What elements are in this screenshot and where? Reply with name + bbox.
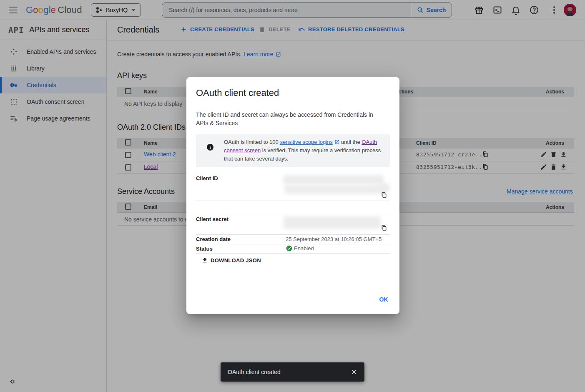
status-value: Enabled [294, 245, 314, 251]
status-label: Status [196, 246, 213, 252]
redacted-client-id [284, 175, 384, 184]
divider [196, 244, 390, 244]
download-json-label: DOWNLOAD JSON [211, 257, 261, 264]
redacted-client-id [285, 185, 387, 194]
divider [196, 172, 390, 172]
external-link-icon [334, 139, 340, 144]
copy-client-id-icon[interactable] [381, 192, 387, 199]
check-circle-icon [286, 245, 292, 251]
ok-button[interactable]: OK [379, 296, 388, 303]
creation-date-label: Creation date [196, 236, 231, 242]
divider [196, 253, 390, 254]
close-icon[interactable] [350, 368, 358, 376]
redacted-client-secret [284, 216, 381, 229]
dialog-body-text: The client ID and secret can always be a… [196, 111, 382, 127]
redacted-client-id [378, 184, 389, 191]
notice-text: until the [340, 139, 362, 145]
download-json-button[interactable]: DOWNLOAD JSON [201, 257, 261, 264]
download-icon [201, 257, 208, 264]
sensitive-scope-logins-link[interactable]: sensitive scope logins [280, 139, 332, 145]
dialog-title: OAuth client created [196, 88, 279, 98]
divider [196, 234, 390, 235]
copy-client-secret-icon[interactable] [381, 224, 387, 231]
client-id-label: Client ID [196, 175, 218, 181]
divider [196, 214, 390, 214]
toast-notification: OAuth client created [221, 362, 364, 382]
info-icon: i [207, 144, 213, 151]
status-badge: Enabled [286, 245, 314, 251]
oauth-client-created-dialog: OAuth client created The client ID and s… [186, 77, 399, 314]
app-window: GoogleCloud BoxyHQ Search [0, 0, 585, 392]
toast-message: OAuth client created [228, 369, 350, 375]
client-secret-label: Client secret [196, 216, 228, 222]
creation-date-value: 25 September 2023 at 10:26:05 GMT+5 [286, 236, 382, 242]
verification-notice: i OAuth is limited to 100 sensitive scop… [196, 134, 390, 167]
notice-text: OAuth is limited to 100 [224, 139, 280, 145]
divider [196, 201, 390, 201]
